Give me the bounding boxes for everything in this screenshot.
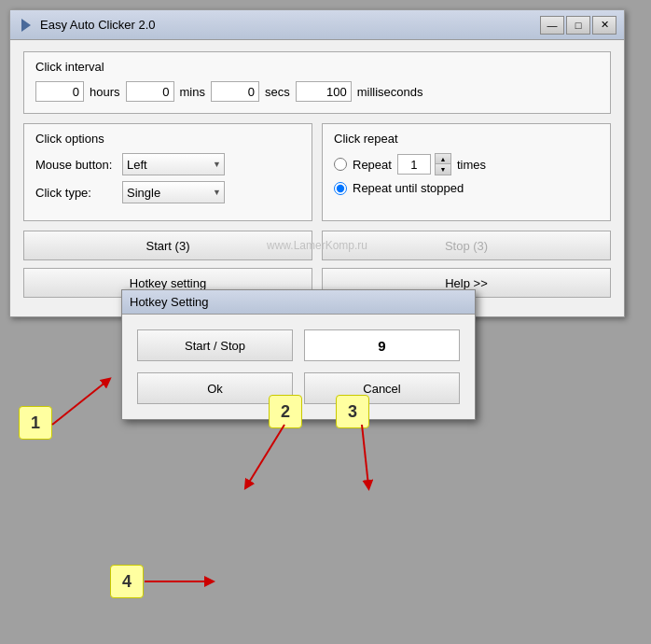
- repeat-until-radio[interactable]: [334, 182, 347, 195]
- minimize-button[interactable]: —: [540, 16, 564, 35]
- main-content: Click interval hours mins secs milliseco…: [10, 40, 624, 316]
- interval-row: hours mins secs milliseconds: [35, 81, 599, 102]
- maximize-button[interactable]: □: [566, 16, 590, 35]
- click-type-row: Click type: Single Double: [35, 181, 300, 203]
- stop-button[interactable]: Stop (3): [322, 231, 611, 260]
- start-stop-hotkey-button[interactable]: Start / Stop: [137, 329, 293, 361]
- mins-input[interactable]: [126, 81, 174, 102]
- click-repeat-section: Click repeat Repeat ▲ ▼ times Re: [322, 123, 611, 221]
- hotkey-main-row: Start / Stop 9: [137, 329, 460, 361]
- click-type-select[interactable]: Single Double: [122, 181, 225, 203]
- repeat-row: Repeat ▲ ▼ times: [334, 153, 599, 175]
- times-input-wrapper: ▲ ▼: [397, 153, 451, 175]
- hours-label: hours: [90, 85, 120, 99]
- click-interval-section: Click interval hours mins secs milliseco…: [23, 51, 611, 114]
- two-col-section: Click options Mouse button: Left Right M…: [23, 123, 611, 221]
- click-options-title: Click options: [35, 132, 300, 146]
- close-button[interactable]: ✕: [592, 16, 616, 35]
- repeat-label: Repeat: [353, 158, 392, 172]
- svg-line-4: [362, 425, 368, 485]
- svg-line-3: [247, 425, 284, 485]
- ms-input[interactable]: [296, 81, 352, 102]
- spin-up-button[interactable]: ▲: [436, 154, 450, 164]
- mouse-button-select[interactable]: Left Right Middle: [122, 153, 225, 175]
- repeat-until-label: Repeat until stopped: [353, 181, 464, 195]
- repeat-until-row: Repeat until stopped: [334, 181, 599, 195]
- secs-label: secs: [265, 85, 290, 99]
- callout-2: 2: [269, 395, 302, 428]
- title-controls: — □ ✕: [540, 16, 616, 35]
- spin-down-button[interactable]: ▼: [436, 164, 450, 175]
- svg-line-2: [52, 381, 107, 425]
- cancel-button[interactable]: Cancel: [304, 372, 460, 404]
- hours-input[interactable]: [35, 81, 84, 102]
- click-type-label: Click type:: [35, 186, 115, 200]
- click-options-section: Click options Mouse button: Left Right M…: [23, 123, 312, 221]
- mouse-button-row: Mouse button: Left Right Middle: [35, 153, 300, 175]
- hotkey-dialog-title: Hotkey Setting: [130, 295, 209, 309]
- times-input[interactable]: [397, 154, 431, 175]
- hotkey-dialog-title-bar: Hotkey Setting: [122, 290, 475, 315]
- click-type-select-wrapper: Single Double: [122, 181, 225, 203]
- click-interval-title: Click interval: [35, 60, 599, 74]
- times-label: times: [457, 158, 486, 172]
- secs-input[interactable]: [211, 81, 259, 102]
- callout-4: 4: [110, 565, 144, 598]
- title-bar: Easy Auto Clicker 2.0 — □ ✕: [10, 10, 624, 40]
- app-icon: [18, 17, 35, 34]
- callout-1: 1: [19, 406, 52, 440]
- main-window: Easy Auto Clicker 2.0 — □ ✕ Click interv…: [9, 9, 625, 317]
- svg-marker-0: [21, 19, 31, 32]
- ms-label: milliseconds: [357, 85, 423, 99]
- hotkey-key-display: 9: [304, 329, 460, 361]
- mouse-button-select-wrapper: Left Right Middle: [122, 153, 225, 175]
- mouse-button-label: Mouse button:: [35, 158, 115, 172]
- repeat-radio[interactable]: [334, 158, 347, 171]
- start-stop-row: Start (3) www.LamerKomp.ru Stop (3): [23, 231, 611, 260]
- start-button[interactable]: Start (3): [23, 231, 312, 260]
- window-title: Easy Auto Clicker 2.0: [40, 18, 156, 32]
- spin-buttons: ▲ ▼: [435, 153, 451, 175]
- click-repeat-title: Click repeat: [334, 132, 599, 146]
- callout-3: 3: [336, 395, 369, 428]
- mins-label: mins: [180, 85, 205, 99]
- title-bar-left: Easy Auto Clicker 2.0: [18, 17, 156, 34]
